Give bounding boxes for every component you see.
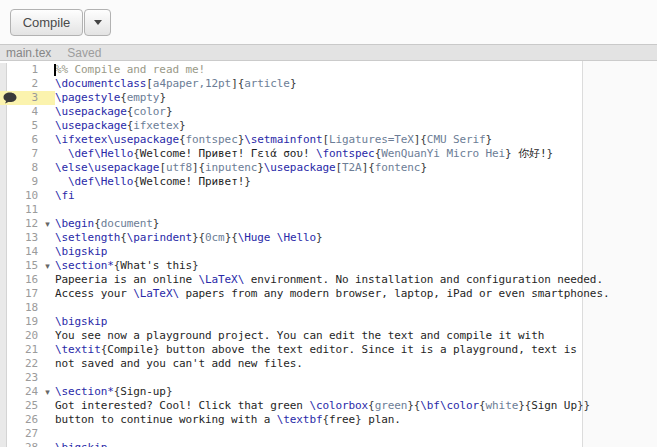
code-text[interactable]: \def\Hello{Welcome! Привет!} — [55, 175, 251, 189]
line-gutter[interactable]: 7 — [0, 147, 55, 161]
line-gutter[interactable]: 18 — [0, 301, 55, 315]
line-gutter[interactable]: 26 — [0, 413, 55, 427]
code-text[interactable]: Got interested? Cool! Click that green \… — [55, 399, 590, 413]
line-number[interactable]: 14 — [7, 245, 40, 259]
compile-dropdown-button[interactable] — [84, 9, 111, 36]
code-line[interactable]: 16Papeeria is an online \LaTeX\ environm… — [0, 273, 657, 287]
line-number[interactable]: 24 — [7, 385, 40, 399]
line-gutter[interactable]: 19 — [0, 315, 55, 329]
line-gutter[interactable]: 21 — [0, 343, 55, 357]
line-gutter[interactable]: 4 — [0, 105, 55, 119]
code-line[interactable]: 21\textit{Compile} button above the text… — [0, 343, 657, 357]
code-line[interactable]: 17Access your \LaTeX\ papers from any mo… — [0, 287, 657, 301]
line-gutter[interactable]: 28 — [0, 441, 55, 447]
code-line[interactable]: 12▾\begin{document} — [0, 217, 657, 231]
line-number[interactable]: 4 — [7, 105, 40, 119]
code-text[interactable]: \pagestyle{empty} — [55, 91, 166, 105]
line-number[interactable]: 17 — [7, 287, 40, 301]
line-number[interactable]: 25 — [7, 399, 40, 413]
line-gutter[interactable]: 17 — [0, 287, 55, 301]
line-number[interactable]: 2 — [7, 77, 40, 91]
line-gutter[interactable]: 22 — [0, 357, 55, 371]
code-line[interactable]: 2\documentclass[a4paper,12pt]{article} — [0, 77, 657, 91]
code-text[interactable]: \def\Hello{Welcome! Привет! Γειά σου! \f… — [55, 147, 553, 161]
code-line[interactable]: 6\ifxetex\usepackage{fontspec}\setmainfo… — [0, 133, 657, 147]
code-text[interactable]: \ifxetex\usepackage{fontspec}\setmainfon… — [55, 133, 492, 147]
line-number[interactable]: 11 — [7, 203, 40, 217]
line-gutter[interactable]: 10 — [0, 189, 55, 203]
code-text[interactable]: \fi — [55, 189, 75, 203]
code-line[interactable]: 23 — [0, 371, 657, 385]
code-text[interactable]: You see now a playground project. You ca… — [55, 329, 544, 343]
fold-arrow-icon[interactable]: ▾ — [40, 385, 55, 399]
line-gutter[interactable]: 6 — [0, 133, 55, 147]
code-text[interactable]: %% Compile and read me! — [55, 63, 205, 77]
line-number[interactable]: 13 — [7, 231, 40, 245]
line-number[interactable]: 15 — [7, 259, 40, 273]
code-line[interactable]: 27 — [0, 427, 657, 441]
code-text[interactable]: \usepackage{color} — [55, 105, 172, 119]
line-number[interactable]: 5 — [7, 119, 40, 133]
comment-icon[interactable] — [3, 92, 17, 104]
line-gutter[interactable]: 13 — [0, 231, 55, 245]
code-line[interactable]: 9 \def\Hello{Welcome! Привет!} — [0, 175, 657, 189]
line-number[interactable]: 7 — [7, 147, 40, 161]
code-text[interactable]: not saved and you can't add new files. — [55, 357, 303, 371]
code-text[interactable]: \textit{Compile} button above the text e… — [55, 343, 577, 357]
code-text[interactable]: \setlength{\parindent}{0cm}{\Huge \Hello… — [55, 231, 323, 245]
line-number[interactable]: 26 — [7, 413, 40, 427]
code-line[interactable]: 5\usepackage{ifxetex} — [0, 119, 657, 133]
code-text[interactable]: \else\usepackage[utf8]{inputenc}\usepack… — [55, 161, 427, 175]
code-line[interactable]: 25Got interested? Cool! Click that green… — [0, 399, 657, 413]
code-text[interactable]: \bigskip — [55, 245, 107, 259]
code-line[interactable]: 26button to continue working with a \tex… — [0, 413, 657, 427]
line-gutter[interactable]: 14 — [0, 245, 55, 259]
line-gutter[interactable]: 16 — [0, 273, 55, 287]
code-line[interactable]: 13\setlength{\parindent}{0cm}{\Huge \Hel… — [0, 231, 657, 245]
code-line[interactable]: 18 — [0, 301, 657, 315]
code-editor[interactable]: 1%% Compile and read me!2\documentclass[… — [0, 61, 657, 447]
compile-button[interactable]: Compile — [10, 9, 83, 36]
line-number[interactable]: 27 — [7, 427, 40, 441]
code-line[interactable]: 14\bigskip — [0, 245, 657, 259]
line-gutter[interactable]: 25 — [0, 399, 55, 413]
line-number[interactable]: 18 — [7, 301, 40, 315]
code-line[interactable]: 19\bigskip — [0, 315, 657, 329]
code-line[interactable]: 11 — [0, 203, 657, 217]
file-tab[interactable]: main.tex — [6, 46, 51, 60]
line-number[interactable]: 28 — [7, 441, 40, 447]
code-text[interactable]: \usepackage{ifxetex} — [55, 119, 185, 133]
line-gutter[interactable]: 3 — [0, 91, 55, 105]
line-number[interactable]: 16 — [7, 273, 40, 287]
code-text[interactable]: Access your \LaTeX\ papers from any mode… — [55, 287, 609, 301]
code-line[interactable]: 20You see now a playground project. You … — [0, 329, 657, 343]
code-text[interactable]: \begin{document} — [55, 217, 159, 231]
line-number[interactable]: 23 — [7, 371, 40, 385]
line-gutter[interactable]: 27 — [0, 427, 55, 441]
code-text[interactable]: \bigskip — [55, 441, 107, 447]
line-gutter[interactable]: 2 — [0, 77, 55, 91]
line-gutter[interactable]: 15▾ — [0, 259, 55, 273]
line-number[interactable]: 6 — [7, 133, 40, 147]
code-text[interactable]: \bigskip — [55, 315, 107, 329]
line-number[interactable]: 22 — [7, 357, 40, 371]
code-line[interactable]: 15▾\section*{What's this} — [0, 259, 657, 273]
fold-arrow-icon[interactable]: ▾ — [40, 217, 55, 231]
code-line[interactable]: 3\pagestyle{empty} — [0, 91, 657, 105]
code-line[interactable]: 7 \def\Hello{Welcome! Привет! Γειά σου! … — [0, 147, 657, 161]
code-line[interactable]: 8\else\usepackage[utf8]{inputenc}\usepac… — [0, 161, 657, 175]
line-gutter[interactable]: 20 — [0, 329, 55, 343]
line-gutter[interactable]: 24▾ — [0, 385, 55, 399]
code-line[interactable]: 24▾\section*{Sign-up} — [0, 385, 657, 399]
line-number[interactable]: 12 — [7, 217, 40, 231]
line-gutter[interactable]: 9 — [0, 175, 55, 189]
line-number[interactable]: 9 — [7, 175, 40, 189]
code-line[interactable]: 1%% Compile and read me! — [0, 63, 657, 77]
line-number[interactable]: 19 — [7, 315, 40, 329]
line-number[interactable]: 8 — [7, 161, 40, 175]
line-number[interactable]: 20 — [7, 329, 40, 343]
code-line[interactable]: 4\usepackage{color} — [0, 105, 657, 119]
line-gutter[interactable]: 1 — [0, 63, 55, 77]
line-number[interactable]: 21 — [7, 343, 40, 357]
code-line[interactable]: 28\bigskip — [0, 441, 657, 447]
